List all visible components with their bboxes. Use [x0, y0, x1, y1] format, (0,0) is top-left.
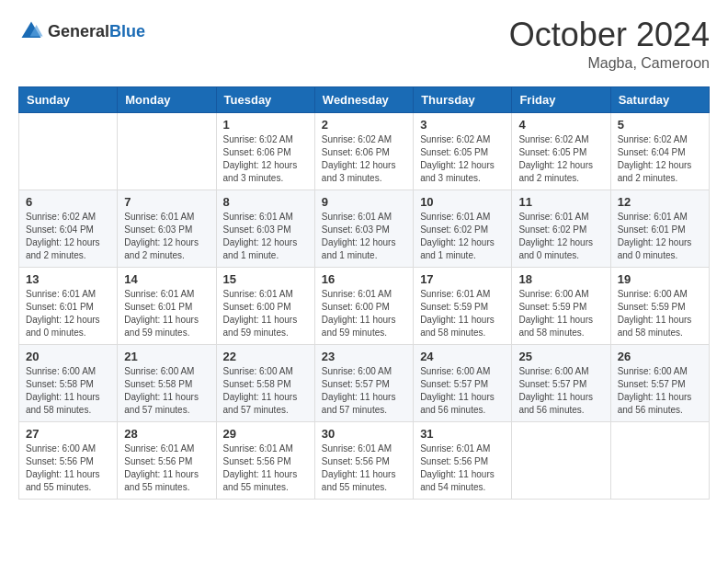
day-info: Sunrise: 6:01 AMSunset: 6:00 PMDaylight:… — [322, 288, 406, 339]
day-number: 17 — [420, 272, 505, 286]
day-info: Sunrise: 6:00 AMSunset: 5:57 PMDaylight:… — [518, 365, 603, 417]
calendar-cell: 28Sunrise: 6:01 AMSunset: 5:56 PMDayligh… — [118, 422, 216, 500]
day-number: 3 — [420, 118, 505, 132]
day-number: 11 — [518, 195, 603, 209]
calendar-week-row: 13Sunrise: 6:01 AMSunset: 6:01 PMDayligh… — [19, 268, 710, 345]
day-info: Sunrise: 6:00 AMSunset: 5:58 PMDaylight:… — [223, 365, 308, 417]
day-number: 5 — [618, 118, 702, 132]
day-number: 7 — [124, 195, 209, 209]
day-number: 6 — [26, 195, 110, 209]
day-info: Sunrise: 6:01 AMSunset: 5:56 PMDaylight:… — [322, 442, 406, 494]
day-number: 27 — [26, 427, 110, 441]
calendar-cell: 22Sunrise: 6:00 AMSunset: 5:58 PMDayligh… — [216, 345, 314, 422]
logo-icon — [18, 18, 44, 44]
day-number: 20 — [26, 350, 110, 363]
day-info: Sunrise: 6:01 AMSunset: 5:56 PMDaylight:… — [223, 442, 308, 494]
calendar-cell: 31Sunrise: 6:01 AMSunset: 5:56 PMDayligh… — [414, 422, 512, 500]
calendar-cell: 2Sunrise: 6:02 AMSunset: 6:06 PMDaylight… — [314, 113, 413, 190]
calendar-cell: 26Sunrise: 6:00 AMSunset: 5:57 PMDayligh… — [610, 345, 709, 422]
calendar-cell: 19Sunrise: 6:00 AMSunset: 5:59 PMDayligh… — [610, 268, 709, 345]
calendar-cell — [19, 113, 118, 190]
weekday-header-friday: Friday — [512, 87, 610, 113]
day-number: 12 — [618, 195, 702, 209]
day-number: 24 — [420, 350, 505, 363]
calendar-cell: 8Sunrise: 6:01 AMSunset: 6:03 PMDaylight… — [216, 190, 314, 268]
day-info: Sunrise: 6:01 AMSunset: 5:56 PMDaylight:… — [420, 442, 505, 494]
day-number: 28 — [124, 427, 209, 441]
day-info: Sunrise: 6:00 AMSunset: 5:59 PMDaylight:… — [518, 288, 603, 339]
calendar-cell — [512, 422, 610, 500]
day-number: 23 — [322, 350, 406, 363]
calendar-cell: 20Sunrise: 6:00 AMSunset: 5:58 PMDayligh… — [19, 345, 118, 422]
day-number: 4 — [518, 118, 603, 132]
calendar-cell: 17Sunrise: 6:01 AMSunset: 5:59 PMDayligh… — [414, 268, 512, 345]
calendar-cell — [118, 113, 216, 190]
day-info: Sunrise: 6:02 AMSunset: 6:05 PMDaylight:… — [518, 133, 603, 185]
day-info: Sunrise: 6:02 AMSunset: 6:05 PMDaylight:… — [420, 133, 505, 185]
calendar-cell: 13Sunrise: 6:01 AMSunset: 6:01 PMDayligh… — [19, 268, 118, 345]
calendar-cell: 12Sunrise: 6:01 AMSunset: 6:01 PMDayligh… — [610, 190, 709, 268]
calendar-cell: 21Sunrise: 6:00 AMSunset: 5:58 PMDayligh… — [118, 345, 216, 422]
day-info: Sunrise: 6:01 AMSunset: 6:02 PMDaylight:… — [518, 211, 603, 262]
day-info: Sunrise: 6:01 AMSunset: 6:01 PMDaylight:… — [26, 288, 110, 339]
day-info: Sunrise: 6:02 AMSunset: 6:04 PMDaylight:… — [26, 211, 110, 262]
month-year-title: October 2024 — [509, 18, 710, 52]
weekday-header-monday: Monday — [118, 87, 216, 113]
page-header: GeneralBlue October 2024 Magba, Cameroon — [18, 18, 710, 72]
calendar-week-row: 20Sunrise: 6:00 AMSunset: 5:58 PMDayligh… — [19, 345, 710, 422]
weekday-header-thursday: Thursday — [414, 87, 512, 113]
day-number: 26 — [618, 350, 702, 363]
day-number: 2 — [322, 118, 406, 132]
day-info: Sunrise: 6:00 AMSunset: 5:58 PMDaylight:… — [26, 365, 110, 417]
day-info: Sunrise: 6:01 AMSunset: 6:01 PMDaylight:… — [618, 211, 702, 262]
calendar-cell: 3Sunrise: 6:02 AMSunset: 6:05 PMDaylight… — [414, 113, 512, 190]
title-section: October 2024 Magba, Cameroon — [509, 18, 710, 72]
logo: GeneralBlue — [18, 18, 145, 44]
day-info: Sunrise: 6:00 AMSunset: 5:56 PMDaylight:… — [26, 442, 110, 494]
calendar-cell: 18Sunrise: 6:00 AMSunset: 5:59 PMDayligh… — [512, 268, 610, 345]
day-info: Sunrise: 6:01 AMSunset: 6:03 PMDaylight:… — [322, 211, 406, 262]
day-number: 31 — [420, 427, 505, 441]
day-number: 14 — [124, 272, 209, 286]
calendar-cell: 30Sunrise: 6:01 AMSunset: 5:56 PMDayligh… — [314, 422, 413, 500]
day-number: 22 — [223, 350, 308, 363]
calendar-cell: 9Sunrise: 6:01 AMSunset: 6:03 PMDaylight… — [314, 190, 413, 268]
calendar-cell: 14Sunrise: 6:01 AMSunset: 6:01 PMDayligh… — [118, 268, 216, 345]
weekday-header-saturday: Saturday — [610, 87, 709, 113]
calendar-cell: 15Sunrise: 6:01 AMSunset: 6:00 PMDayligh… — [216, 268, 314, 345]
calendar-week-row: 1Sunrise: 6:02 AMSunset: 6:06 PMDaylight… — [19, 113, 710, 190]
day-number: 18 — [518, 272, 603, 286]
calendar-cell: 4Sunrise: 6:02 AMSunset: 6:05 PMDaylight… — [512, 113, 610, 190]
calendar-week-row: 6Sunrise: 6:02 AMSunset: 6:04 PMDaylight… — [19, 190, 710, 268]
day-info: Sunrise: 6:00 AMSunset: 5:57 PMDaylight:… — [618, 365, 702, 417]
day-number: 19 — [618, 272, 702, 286]
day-info: Sunrise: 6:01 AMSunset: 6:03 PMDaylight:… — [124, 211, 209, 262]
day-info: Sunrise: 6:00 AMSunset: 5:58 PMDaylight:… — [124, 365, 209, 417]
calendar-cell: 27Sunrise: 6:00 AMSunset: 5:56 PMDayligh… — [19, 422, 118, 500]
day-number: 25 — [518, 350, 603, 363]
day-number: 13 — [26, 272, 110, 286]
day-number: 1 — [223, 118, 308, 132]
day-number: 15 — [223, 272, 308, 286]
calendar-cell: 23Sunrise: 6:00 AMSunset: 5:57 PMDayligh… — [314, 345, 413, 422]
weekday-header-tuesday: Tuesday — [216, 87, 314, 113]
weekday-header-wednesday: Wednesday — [314, 87, 413, 113]
weekday-header-sunday: Sunday — [19, 87, 118, 113]
day-info: Sunrise: 6:02 AMSunset: 6:06 PMDaylight:… — [223, 133, 308, 185]
calendar-week-row: 27Sunrise: 6:00 AMSunset: 5:56 PMDayligh… — [19, 422, 710, 500]
day-info: Sunrise: 6:01 AMSunset: 6:00 PMDaylight:… — [223, 288, 308, 339]
calendar-cell — [610, 422, 709, 500]
calendar-cell: 6Sunrise: 6:02 AMSunset: 6:04 PMDaylight… — [19, 190, 118, 268]
day-number: 30 — [322, 427, 406, 441]
logo-blue-text: Blue — [109, 22, 145, 40]
day-number: 9 — [322, 195, 406, 209]
day-number: 16 — [322, 272, 406, 286]
day-info: Sunrise: 6:00 AMSunset: 5:57 PMDaylight:… — [322, 365, 406, 417]
calendar-cell: 11Sunrise: 6:01 AMSunset: 6:02 PMDayligh… — [512, 190, 610, 268]
day-info: Sunrise: 6:01 AMSunset: 6:02 PMDaylight:… — [420, 211, 505, 262]
calendar-cell: 25Sunrise: 6:00 AMSunset: 5:57 PMDayligh… — [512, 345, 610, 422]
calendar-cell: 7Sunrise: 6:01 AMSunset: 6:03 PMDaylight… — [118, 190, 216, 268]
calendar-table: SundayMondayTuesdayWednesdayThursdayFrid… — [18, 86, 710, 500]
day-info: Sunrise: 6:01 AMSunset: 6:01 PMDaylight:… — [124, 288, 209, 339]
day-number: 29 — [223, 427, 308, 441]
